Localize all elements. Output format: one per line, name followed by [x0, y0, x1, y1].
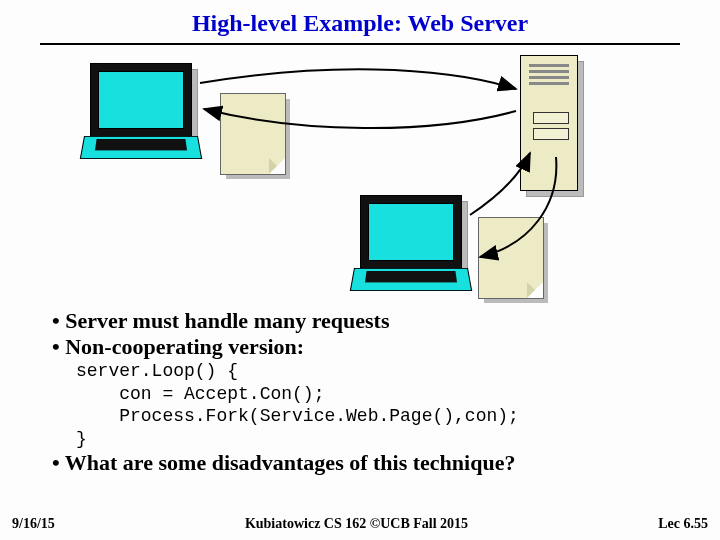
footer-date: 9/16/15: [12, 516, 55, 532]
diagram-area: [0, 45, 720, 305]
content-area: Server must handle many requests Non-coo…: [28, 308, 700, 476]
bullet-3: What are some disadvantages of this tech…: [52, 450, 700, 476]
slide-title: High-level Example: Web Server: [0, 0, 720, 43]
footer-right: Lec 6.55: [658, 516, 708, 532]
bullet-1: Server must handle many requests: [52, 308, 700, 334]
footer-center: Kubiatowicz CS 162 ©UCB Fall 2015: [245, 516, 468, 532]
bullet-2: Non-cooperating version:: [52, 334, 700, 360]
footer: 9/16/15 Kubiatowicz CS 162 ©UCB Fall 201…: [12, 516, 708, 532]
code-block: server.Loop() { con = Accept.Con(); Proc…: [76, 360, 700, 450]
